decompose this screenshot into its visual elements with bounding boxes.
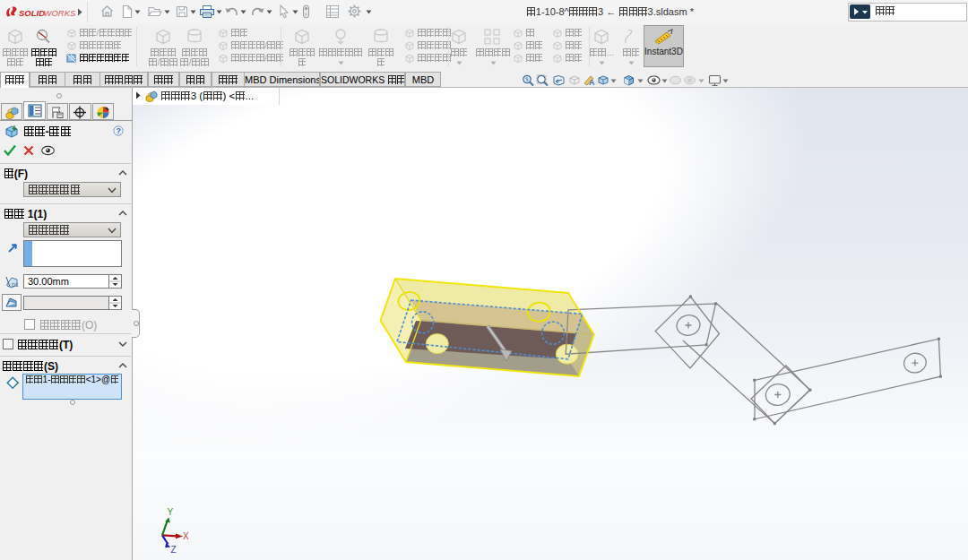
svg-text:SOLID: SOLID: [19, 8, 45, 18]
svg-text:WORKS: WORKS: [44, 8, 77, 18]
svg-text:D1: D1: [12, 282, 19, 288]
svg-text:X: X: [183, 531, 189, 541]
svg-text:A: A: [589, 78, 595, 87]
svg-text:?: ?: [116, 126, 121, 135]
svg-text:Y: Y: [168, 507, 174, 517]
svg-text:Z: Z: [171, 545, 177, 555]
